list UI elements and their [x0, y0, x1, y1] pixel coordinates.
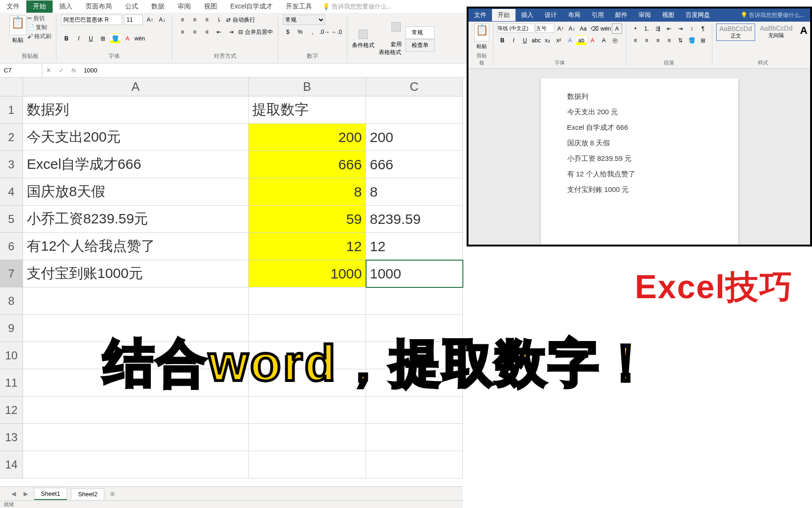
cell[interactable] [249, 397, 366, 424]
row-head[interactable]: 9 [0, 315, 23, 342]
col-head-a[interactable]: A [23, 78, 249, 96]
word-sup-icon[interactable]: x² [554, 35, 564, 46]
word-tab-file[interactable]: 文件 [468, 9, 492, 21]
tellme[interactable]: 💡告诉我您想要做什么... [322, 0, 392, 13]
row-head[interactable]: 4 [0, 178, 23, 206]
cell[interactable] [366, 287, 463, 315]
word-font-name[interactable] [497, 24, 535, 33]
name-box[interactable]: C7 [0, 64, 42, 77]
word-style-normal[interactable]: AaBbCcDd 正文 [716, 24, 755, 41]
word-tab-review[interactable]: 审阅 [633, 9, 656, 21]
word-bold-button[interactable]: B [497, 35, 508, 46]
row-head[interactable]: 6 [0, 233, 23, 260]
word-shading-icon[interactable]: 🪣 [687, 35, 697, 46]
word-multilevel-icon[interactable]: ⇶ [653, 24, 663, 34]
word-underline-button[interactable]: U [520, 35, 530, 46]
border-button[interactable]: ⊞ [98, 33, 108, 44]
word-texteffect-icon[interactable]: A [565, 35, 575, 46]
dec-decimal-icon[interactable]: ←.0 [332, 27, 342, 37]
number-format-select[interactable]: 常规 [283, 15, 325, 25]
cell[interactable] [366, 397, 463, 424]
word-document[interactable]: 数据列 今天支出 200 元 Excel 自学成才 666 国庆放 8 天假 小… [541, 78, 738, 245]
word-sort-icon[interactable]: ↕ [687, 24, 697, 34]
cell[interactable]: 小乔工资8239.59元 [23, 206, 249, 233]
doc-line[interactable]: 有 12 个人给我点赞了 [567, 170, 729, 179]
tab-formulas[interactable]: 公式 [118, 0, 145, 13]
word-bullets-icon[interactable]: • [630, 24, 640, 34]
tab-home[interactable]: 开始 [26, 0, 53, 13]
word-border-icon[interactable]: ⊞ [698, 35, 708, 46]
word-style-nospace[interactable]: AaBbCcDd 无间隔 [757, 24, 795, 41]
cell[interactable]: 200 [249, 124, 366, 151]
align-center-icon[interactable]: ≡ [189, 27, 200, 37]
bold-button[interactable]: B [61, 33, 71, 44]
cell[interactable]: 666 [366, 151, 463, 178]
table-format-button[interactable]: 套用 表格格式 [378, 15, 402, 63]
paste-button[interactable] [9, 16, 26, 35]
col-head-c[interactable]: C [366, 78, 463, 96]
cell[interactable] [249, 424, 366, 451]
word-encloseChar-icon[interactable]: ㊕ [610, 35, 620, 46]
cell[interactable]: 今天支出200元 [23, 124, 249, 151]
align-right-icon[interactable]: ≡ [202, 27, 212, 37]
word-linespace-icon[interactable]: ⇅ [675, 35, 686, 46]
cell[interactable]: 国庆放8天假 [23, 178, 249, 206]
word-changecase-icon[interactable]: Aa [578, 24, 588, 34]
word-align-right-icon[interactable]: ≡ [653, 35, 663, 46]
cell[interactable]: 12 [249, 233, 366, 260]
sheet-tab[interactable]: Sheet2 [71, 488, 104, 500]
cell[interactable] [366, 424, 463, 451]
cell[interactable] [366, 451, 463, 478]
tab-review[interactable]: 审阅 [171, 0, 197, 13]
sheet-nav-prev-icon[interactable]: ◀ [9, 490, 18, 497]
word-tab-home[interactable]: 开始 [492, 9, 515, 21]
word-align-justify-icon[interactable]: ≡ [664, 35, 674, 46]
percent-icon[interactable]: % [295, 27, 305, 37]
font-color-button[interactable]: A [122, 33, 133, 44]
cell[interactable]: 59 [249, 206, 366, 233]
word-fontcolor-icon[interactable]: A [587, 35, 598, 46]
tab-data[interactable]: 数据 [145, 0, 171, 13]
word-style-more[interactable]: A [797, 24, 810, 41]
cell[interactable] [249, 451, 366, 478]
row-head[interactable]: 13 [0, 424, 23, 451]
word-sub-icon[interactable]: x₂ [542, 35, 553, 46]
word-indent-inc-icon[interactable]: ⇥ [675, 24, 686, 34]
word-strike-icon[interactable]: abc [531, 35, 541, 46]
increase-font-icon[interactable]: A↑ [145, 15, 155, 25]
sheet-tab[interactable]: Sheet1 [34, 488, 67, 500]
doc-line[interactable]: 国庆放 8 天假 [567, 139, 729, 148]
cell[interactable]: 支付宝到账1000元 [23, 260, 249, 287]
word-showmarks-icon[interactable]: ¶ [698, 24, 708, 34]
tab-dev[interactable]: 开发工具 [279, 0, 319, 13]
word-tab-baidu[interactable]: 百度网盘 [680, 9, 716, 21]
align-bot-icon[interactable]: ≡ [202, 15, 212, 25]
align-mid-icon[interactable]: ≡ [189, 15, 200, 25]
style-normal[interactable]: 常规 [406, 26, 435, 39]
col-head-b[interactable]: B [249, 78, 366, 96]
word-phonetic-icon[interactable]: wén [601, 24, 611, 34]
cell[interactable] [249, 287, 366, 315]
indent-inc-icon[interactable]: ⇥ [226, 27, 236, 37]
italic-button[interactable]: I [73, 33, 84, 44]
cell[interactable]: 12 [366, 233, 463, 260]
cond-format-button[interactable]: 条件格式 [352, 29, 375, 49]
row-head[interactable]: 2 [0, 124, 23, 151]
currency-icon[interactable]: $ [283, 27, 293, 37]
underline-button[interactable]: U [86, 33, 96, 44]
word-clearformat-icon[interactable]: ⌫ [589, 24, 600, 34]
tab-custom[interactable]: Excel自学成才 [224, 0, 279, 13]
copy-button[interactable]: 📄 复制 [27, 24, 51, 32]
word-italic-button[interactable]: I [508, 35, 519, 46]
word-highlight-icon[interactable]: ab [576, 35, 586, 46]
fx-icon[interactable]: fx [68, 67, 80, 74]
cell[interactable]: 8239.59 [366, 206, 463, 233]
tab-insert[interactable]: 插入 [53, 0, 79, 13]
word-tab-ref[interactable]: 引用 [586, 9, 609, 21]
word-align-center-icon[interactable]: ≡ [641, 35, 652, 46]
cell[interactable]: 8 [366, 178, 463, 206]
word-charborder-icon[interactable]: A [612, 24, 622, 34]
fill-color-button[interactable]: 🪣 [110, 33, 120, 44]
select-all-corner[interactable] [0, 78, 23, 96]
align-top-icon[interactable]: ≡ [177, 15, 187, 25]
